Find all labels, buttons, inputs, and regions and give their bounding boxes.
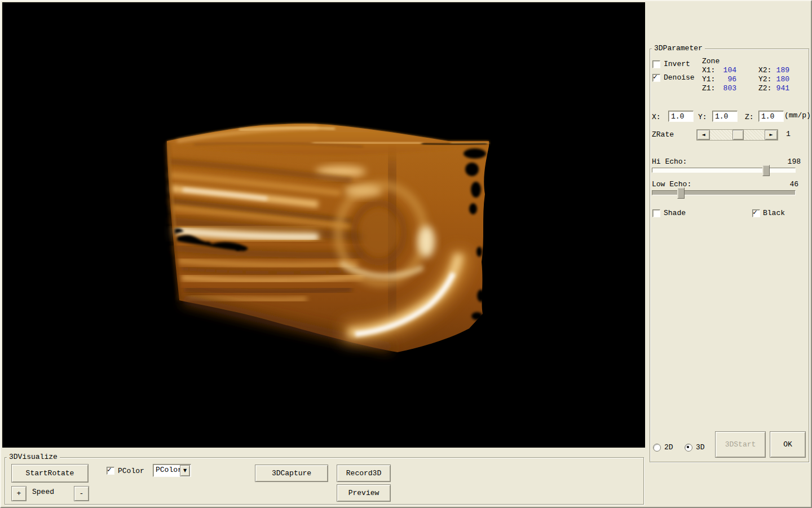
start3d-button[interactable]: 3DStart — [715, 431, 766, 458]
3dcapture-button[interactable]: 3DCapture — [255, 465, 328, 482]
zrate-label: ZRate — [652, 130, 674, 139]
speed-label: Speed — [32, 488, 54, 496]
low-echo-label: Low Echo: — [652, 180, 691, 189]
low-echo-thumb[interactable] — [677, 187, 685, 199]
black-label: Black — [763, 209, 785, 217]
zrate-value: 1 — [786, 130, 791, 138]
zone-y2-value: 180 — [773, 75, 789, 84]
invert-label: Invert — [664, 60, 690, 68]
pcolor-label: PColor — [118, 467, 144, 475]
hi-echo-value: 198 — [773, 157, 801, 166]
x-scale-label: X: — [652, 113, 661, 121]
scale-unit-label: (mm/p) — [784, 111, 811, 120]
speed-minus-button[interactable]: - — [74, 486, 89, 501]
zrate-right-arrow-button[interactable]: ► — [765, 130, 778, 140]
zone-x2-label: X2: — [758, 66, 771, 75]
application-window: 3DParameter Invert ✓ Denoise Zone X1: 10… — [0, 0, 812, 508]
zone-x1-label: X1: — [702, 66, 715, 75]
denoise-label: Denoise — [664, 73, 695, 82]
pcolor-dropdown-value: PColor — [156, 466, 182, 475]
zone-y1-label: Y1: — [702, 75, 715, 84]
visualize-groupbox-title: 3DVisualize — [7, 453, 60, 461]
left-arrow-icon: ◄ — [701, 133, 705, 137]
shade-label: Shade — [664, 209, 686, 217]
preview-button[interactable]: Preview — [337, 484, 391, 502]
zrate-thumb[interactable] — [732, 130, 744, 140]
3d-viewport[interactable] — [2, 2, 645, 448]
low-echo-track[interactable] — [652, 190, 796, 195]
zone-x2-value: 189 — [773, 66, 789, 75]
black-checkbox[interactable]: ✓ — [752, 209, 760, 217]
z-scale-input[interactable]: 1.0 — [758, 111, 784, 122]
y-scale-label: Y: — [698, 113, 707, 121]
pcolor-checkbox[interactable]: ✓ — [107, 467, 114, 475]
check-icon: ✓ — [753, 208, 757, 217]
hi-echo-thumb[interactable] — [762, 165, 770, 176]
mode-3d-radio[interactable] — [685, 444, 692, 452]
ultrasound-volume-render — [2, 2, 645, 448]
zone-z2-value: 941 — [773, 84, 789, 93]
invert-checkbox[interactable] — [652, 60, 660, 68]
denoise-checkbox[interactable]: ✓ — [652, 74, 660, 82]
right-arrow-icon: ► — [769, 133, 773, 137]
zone-label: Zone — [702, 57, 720, 65]
zone-z1-value: 803 — [717, 84, 736, 93]
radio-dot-icon — [687, 446, 689, 448]
zrate-scrollbar[interactable]: ◄ ► — [696, 129, 778, 141]
speed-plus-button[interactable]: + — [11, 486, 27, 501]
mode-2d-radio[interactable] — [653, 444, 661, 452]
zone-z2-label: Z2: — [758, 84, 771, 93]
zone-y1-value: 96 — [717, 75, 736, 84]
pcolor-dropdown[interactable]: PColor ▼ — [153, 464, 191, 477]
check-icon: ✓ — [107, 466, 112, 474]
zone-y2-label: Y2: — [758, 75, 771, 84]
mode-3d-label: 3D — [696, 443, 705, 452]
x-scale-input[interactable]: 1.0 — [668, 111, 694, 122]
pcolor-dropdown-button[interactable]: ▼ — [180, 465, 190, 476]
zone-x1-value: 104 — [717, 66, 736, 75]
record3d-button[interactable]: Record3D — [337, 465, 391, 482]
y-scale-input[interactable]: 1.0 — [712, 111, 738, 122]
shade-checkbox[interactable] — [652, 209, 660, 217]
low-echo-value: 46 — [773, 180, 798, 189]
ok-button[interactable]: OK — [770, 431, 806, 458]
param-groupbox-title: 3DParameter — [652, 44, 705, 52]
zrate-left-arrow-button[interactable]: ◄ — [697, 130, 710, 140]
chevron-down-icon: ▼ — [183, 468, 187, 473]
zone-z1-label: Z1: — [702, 84, 715, 93]
start-rotate-button[interactable]: StartRotate — [11, 464, 89, 483]
mode-2d-label: 2D — [664, 443, 673, 452]
z-scale-label: Z: — [745, 113, 754, 121]
hi-echo-label: Hi Echo: — [652, 157, 687, 166]
hi-echo-track[interactable] — [652, 168, 796, 173]
check-icon: ✓ — [653, 73, 657, 81]
